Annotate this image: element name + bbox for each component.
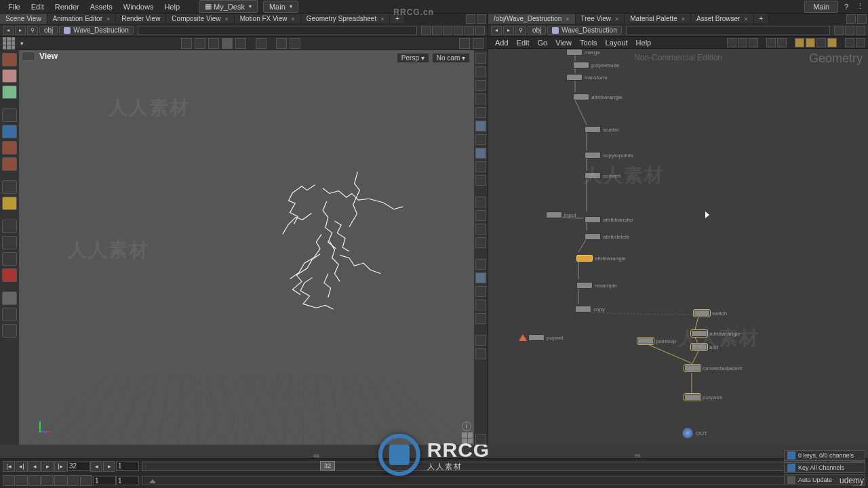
ne-tb-11[interactable] [856,38,865,47]
snap-grid-icon[interactable] [222,38,233,49]
maximize-icon[interactable] [846,14,856,24]
range-handle[interactable] [149,479,156,483]
close-icon[interactable]: × [106,16,110,22]
menu-help[interactable]: Help [159,3,185,11]
snap-point-icon[interactable] [181,38,192,49]
node-body[interactable] [691,344,707,350]
tool-select-point[interactable] [2,69,17,83]
crumb-obj[interactable]: obj [39,26,58,35]
tool-group2[interactable] [2,236,17,249]
node-attribtransfer[interactable]: attribtransfer [585,216,633,223]
node-attribdelete[interactable]: attribdelete [585,233,630,240]
path-opt2-icon[interactable] [465,26,474,35]
tool-extra2[interactable] [2,324,17,338]
menu-edit[interactable]: Edit [26,3,50,11]
tl-mode-6[interactable] [67,475,79,486]
menu-render[interactable]: Render [50,3,85,11]
ne-tb-9[interactable] [827,38,837,47]
disp-tool-5[interactable] [475,107,486,118]
select-mode-icon[interactable] [3,37,15,49]
node-polywire[interactable]: polywire [684,394,722,401]
disp-tool-9[interactable] [475,161,486,172]
tab-render-view[interactable]: Render View [116,14,166,24]
nav-back-button[interactable]: ◂ [491,26,502,35]
tab-material-palette[interactable]: Material Palette× [625,14,691,24]
tool-group1[interactable] [2,220,17,233]
nav-fwd-button[interactable]: ▸ [503,26,514,35]
disp-tool-6[interactable] [475,121,486,131]
crumb-geo[interactable]: Wave_Destruction [59,26,133,35]
tl-mode-4[interactable] [41,475,54,486]
tl-playhead[interactable]: 32 [320,461,335,470]
ne-menu-go[interactable]: Go [534,39,552,47]
node-body[interactable] [585,152,601,159]
tl-prevkey-button[interactable]: ◂| [16,461,28,472]
disp-tool-21[interactable] [475,348,486,359]
tl-range-track[interactable] [142,476,804,485]
disp-tool-20[interactable] [475,335,486,346]
disp-tool-17[interactable] [475,286,486,297]
close-icon[interactable]: × [682,16,685,22]
path-opt-icon[interactable] [845,26,854,35]
ne-tb-6[interactable] [795,38,804,47]
selection-dropdown-icon[interactable]: ▾ [20,40,24,47]
crumb-obj[interactable]: obj [528,26,546,35]
path-field[interactable] [138,26,417,35]
layout-grid-icon[interactable] [462,432,473,443]
tab-composite-view[interactable]: Composite View× [166,14,234,24]
path-dropdown-icon[interactable] [421,26,431,35]
node-merge[interactable]: merge [566,49,600,56]
add-tab-button[interactable]: + [754,14,769,24]
node-body[interactable] [682,427,694,439]
node-body[interactable] [585,126,601,133]
disp-tool-13[interactable] [475,224,486,235]
path-opt1-icon[interactable] [454,26,463,35]
close-icon[interactable]: × [292,16,295,22]
crumb-geo[interactable]: Wave_Destruction [547,26,621,35]
tl-play-button[interactable]: ▸ [41,461,54,472]
ne-tb-1[interactable] [727,38,736,47]
lighting-icon[interactable] [256,38,267,49]
ne-tb-3[interactable] [749,38,758,47]
node-pointvop[interactable]: pointvop [637,338,676,344]
path-opt-icon[interactable] [834,26,844,35]
path-opt-icon[interactable] [856,26,865,35]
node-connectadjacent[interactable]: connectadjacent [684,365,742,371]
node-attribwrangle[interactable]: attribwrangle [573,94,623,100]
tool-extra1[interactable] [2,308,17,321]
tool-paint[interactable] [2,141,17,155]
node-popnet[interactable]: popnet [519,334,563,341]
node-body[interactable] [575,306,591,312]
node-add[interactable]: add [691,344,718,350]
tool-active[interactable] [2,291,17,305]
disp-tool-2[interactable] [475,66,486,77]
node-body[interactable] [576,282,593,289]
right-layout-selector[interactable]: Main [804,1,838,13]
tl-step-fwd[interactable]: ▸ [103,461,115,472]
node-input[interactable]: input [546,211,576,218]
tool-group3[interactable] [2,252,17,266]
node-body[interactable] [585,172,601,179]
tl-frame-track[interactable]: 48 96 120 32 [142,462,827,471]
close-icon[interactable]: × [615,16,618,22]
node-body[interactable] [573,94,589,100]
disp-tool-19[interactable] [475,313,486,324]
node-body[interactable] [566,74,583,81]
network-canvas[interactable]: Non-Commercial Edition Geometry [488,49,868,445]
close-icon[interactable]: × [224,16,228,22]
vp-opt2-icon[interactable] [473,38,484,49]
disp-tool-4[interactable] [475,94,486,104]
snap-multi-icon[interactable] [235,38,246,49]
viewport-canvas[interactable]: View Persp ▾ No cam ▾ [19,50,474,445]
node-convert[interactable]: convert [585,172,620,179]
tl-first-button[interactable]: |◂ [3,461,15,472]
close-icon[interactable]: × [380,16,384,22]
disp-tool-1[interactable] [475,53,486,64]
close-icon[interactable]: × [744,16,747,22]
tl-range-start2[interactable]: 1 [116,476,139,485]
node-body[interactable] [637,338,654,344]
disp-tool-18[interactable] [475,300,486,310]
ne-menu-help[interactable]: Help [632,39,656,47]
close-icon[interactable]: × [566,16,569,22]
node-OUT[interactable]: OUT [682,427,707,439]
